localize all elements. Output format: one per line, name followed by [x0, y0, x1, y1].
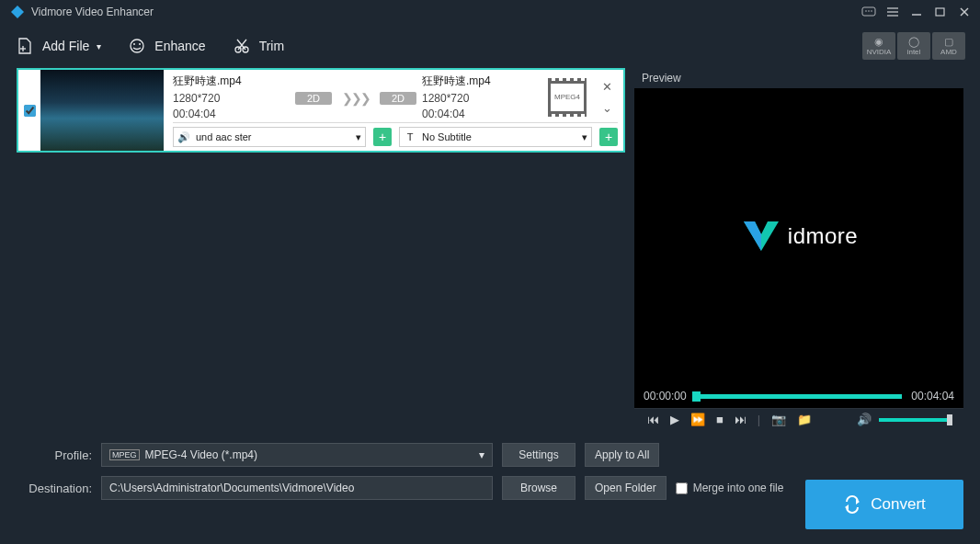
- dest-filename: 狂野時速.mp4: [422, 74, 539, 89]
- svg-line-19: [238, 40, 246, 50]
- volume-handle[interactable]: [947, 414, 952, 425]
- minimize-icon[interactable]: [905, 3, 929, 21]
- forward-icon[interactable]: ⏩: [690, 413, 705, 426]
- dest-duration: 00:04:04: [422, 108, 539, 120]
- arrow-icon: ❯❯❯: [337, 91, 374, 106]
- destination-label: Destination:: [17, 482, 92, 495]
- svg-point-14: [131, 40, 143, 52]
- add-subtitle-button[interactable]: +: [599, 128, 618, 146]
- menu-icon[interactable]: [881, 3, 905, 21]
- prev-icon[interactable]: ⏮: [647, 413, 659, 426]
- volume-bar[interactable]: [879, 418, 952, 422]
- trim-icon: [232, 36, 252, 56]
- seek-bar[interactable]: [696, 394, 903, 399]
- convert-label: Convert: [871, 495, 926, 514]
- file-list: 狂野時速.mp4 1280*720 00:04:04 2D ❯❯❯ 2D 狂野時…: [17, 68, 625, 434]
- play-icon[interactable]: ▶: [670, 413, 679, 426]
- expand-file-icon[interactable]: ⌄: [602, 101, 612, 115]
- trim-label: Trim: [259, 39, 284, 53]
- destination-input[interactable]: C:\Users\Administrator\Documents\Vidmore…: [101, 476, 493, 500]
- video-thumbnail[interactable]: [40, 70, 164, 151]
- maximize-icon[interactable]: [929, 3, 952, 21]
- svg-point-16: [139, 43, 141, 45]
- gpu-intel-badge[interactable]: ◯intel: [897, 32, 930, 60]
- divider: |: [758, 413, 760, 426]
- svg-point-3: [868, 10, 870, 12]
- svg-point-15: [133, 43, 135, 45]
- file-item[interactable]: 狂野時速.mp4 1280*720 00:04:04 2D ❯❯❯ 2D 狂野時…: [17, 68, 625, 153]
- profile-label: Profile:: [17, 448, 92, 462]
- file-checkbox[interactable]: [24, 105, 36, 117]
- app-logo-icon: [9, 4, 26, 20]
- chevron-down-icon: ▾: [479, 448, 484, 461]
- gpu-nvidia-badge[interactable]: ◉NVIDIA: [862, 32, 895, 60]
- app-title: Vidmore Video Enhancer: [31, 6, 154, 18]
- preview-stage[interactable]: idmore: [634, 88, 963, 384]
- preview-label: Preview: [634, 68, 963, 88]
- timeline: 00:00:00 00:04:04: [634, 384, 963, 408]
- convert-button[interactable]: Convert: [805, 480, 963, 529]
- close-icon[interactable]: [952, 3, 976, 21]
- brand-text: idmore: [788, 223, 858, 249]
- next-icon[interactable]: ⏭: [735, 413, 746, 426]
- source-resolution: 1280*720: [173, 92, 290, 105]
- mpeg-icon: MPEG: [109, 449, 140, 460]
- gpu-badges: ◉NVIDIA ◯intel ▢AMD: [862, 32, 965, 60]
- add-file-icon: [15, 36, 35, 56]
- seek-handle[interactable]: [692, 391, 701, 402]
- source-duration: 00:04:04: [173, 108, 290, 120]
- toolbar: Add File ▾ Enhance Trim ◉NVIDIA ◯intel ▢…: [0, 24, 980, 68]
- audio-icon: 🔊: [177, 131, 190, 143]
- volume-icon[interactable]: 🔊: [857, 413, 872, 426]
- gpu-amd-badge[interactable]: ▢AMD: [932, 32, 965, 60]
- stop-icon[interactable]: ■: [716, 413, 724, 426]
- format-icon[interactable]: MPEG4: [544, 81, 590, 114]
- playback-controls: ⏮ ▶ ⏩ ■ ⏭ | 📷 📁 🔊: [634, 408, 963, 434]
- snapshot-icon[interactable]: 📷: [771, 413, 786, 426]
- dest-resolution: 1280*720: [422, 92, 539, 105]
- audio-track-dropdown[interactable]: 🔊und aac ster▾: [173, 127, 366, 147]
- svg-point-4: [871, 10, 872, 12]
- preview-panel: Preview idmore 00:00:00 00:04:04 ⏮ ▶ ⏩ ■…: [634, 68, 963, 434]
- browse-button[interactable]: Browse: [502, 476, 575, 500]
- remove-file-icon[interactable]: ✕: [602, 80, 612, 94]
- brand-v-icon: [740, 218, 782, 255]
- enhance-label: Enhance: [154, 39, 205, 53]
- open-folder-button[interactable]: Open Folder: [585, 476, 667, 500]
- total-time: 00:04:04: [911, 390, 954, 402]
- profile-select[interactable]: MPEGMPEG-4 Video (*.mp4) ▾: [101, 443, 493, 467]
- svg-rect-9: [936, 8, 944, 16]
- add-audio-button[interactable]: +: [373, 128, 392, 146]
- add-file-button[interactable]: Add File ▾: [15, 36, 101, 56]
- feedback-icon[interactable]: [857, 3, 881, 21]
- enhance-icon: [127, 36, 147, 56]
- source-2d-badge[interactable]: 2D: [295, 92, 332, 105]
- dest-2d-badge[interactable]: 2D: [380, 92, 416, 105]
- subtitle-icon: T: [404, 131, 416, 142]
- merge-checkbox[interactable]: [676, 482, 688, 494]
- titlebar: Vidmore Video Enhancer: [0, 0, 980, 24]
- svg-point-2: [865, 10, 867, 12]
- apply-to-all-button[interactable]: Apply to All: [585, 443, 659, 467]
- convert-icon: [843, 495, 861, 514]
- svg-marker-0: [11, 6, 24, 18]
- trim-button[interactable]: Trim: [232, 36, 284, 56]
- settings-button[interactable]: Settings: [502, 443, 575, 467]
- folder-icon[interactable]: 📁: [797, 413, 812, 426]
- current-time: 00:00:00: [644, 390, 687, 402]
- source-filename: 狂野時速.mp4: [173, 74, 290, 89]
- subtitle-dropdown[interactable]: TNo Subtitle▾: [399, 127, 592, 147]
- merge-checkbox-label[interactable]: Merge into one file: [676, 482, 784, 494]
- add-file-label: Add File: [42, 39, 89, 53]
- enhance-button[interactable]: Enhance: [127, 36, 205, 56]
- svg-line-20: [237, 40, 245, 50]
- chevron-down-icon: ▾: [97, 41, 101, 51]
- brand-logo: idmore: [740, 218, 858, 255]
